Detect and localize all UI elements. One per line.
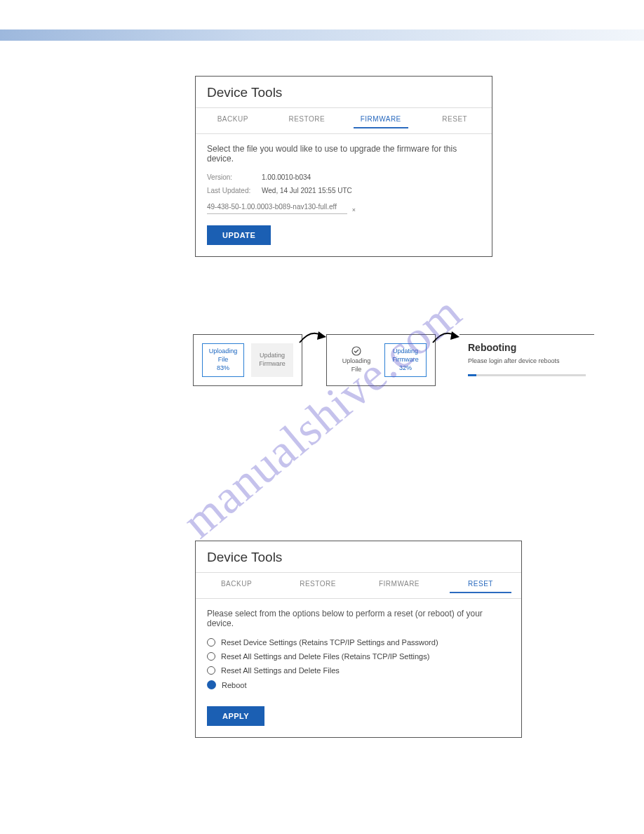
panel-title: Device Tools [196, 541, 521, 573]
instruction-text: Select the file you would like to use to… [207, 144, 481, 164]
radio-icon-selected [207, 680, 216, 689]
last-updated-row: Last Updated: Wed, 14 Jul 2021 15:55 UTC [207, 187, 481, 194]
reboot-progress-bar [468, 374, 586, 376]
uploading-file-tile-active: Uploading File 83% [202, 343, 244, 377]
option-label: Reset Device Settings (Retains TCP/IP Se… [221, 638, 438, 647]
reset-option-3[interactable]: Reset All Settings and Delete Files [207, 666, 510, 675]
progress-stage-2: Uploading File Updating Firmware 32% [326, 334, 436, 386]
header-gradient-band [0, 29, 644, 41]
device-tools-reset-panel: Device Tools BACKUP RESTORE FIRMWARE RES… [195, 541, 522, 738]
update-button[interactable]: UPDATE [207, 225, 271, 245]
selected-file-field[interactable]: 49-438-50-1.00.0003-b089-nav130-full.eff… [207, 200, 347, 214]
upload-progress-sequence: Uploading File 83% Updating Firmware Upl… [193, 334, 594, 388]
device-tools-firmware-panel: Device Tools BACKUP RESTORE FIRMWARE RES… [195, 76, 492, 257]
updating-firmware-tile-idle: Updating Firmware [251, 343, 293, 377]
checkmark-icon [351, 346, 361, 356]
tab-reset[interactable]: RESET [440, 573, 521, 598]
tab-restore[interactable]: RESTORE [277, 573, 358, 598]
panel-body: Please select from the options below to … [196, 599, 521, 737]
watermark-text: manualshive.com [172, 284, 472, 549]
updated-value: Wed, 14 Jul 2021 15:55 UTC [262, 187, 352, 194]
radio-icon [207, 638, 215, 647]
tabs-row: BACKUP RESTORE FIRMWARE RESET [196, 108, 492, 134]
tab-restore[interactable]: RESTORE [270, 108, 344, 133]
version-label: Version: [207, 173, 262, 181]
rebooting-title: Rebooting [468, 342, 586, 353]
progress-stage-3-rebooting: Rebooting Please login after device rebo… [459, 334, 594, 388]
version-value: 1.00.0010-b034 [262, 173, 311, 181]
reset-option-2[interactable]: Reset All Settings and Delete Files (Ret… [207, 652, 510, 661]
progress-stage-1: Uploading File 83% Updating Firmware [193, 334, 302, 386]
uploading-file-tile-done: Uploading File [335, 343, 377, 377]
option-label: Reset All Settings and Delete Files (Ret… [221, 652, 429, 661]
svg-point-0 [352, 347, 361, 355]
updated-label: Last Updated: [207, 187, 262, 194]
option-label: Reset All Settings and Delete Files [221, 666, 340, 675]
tab-firmware[interactable]: FIRMWARE [358, 573, 440, 598]
selected-filename: 49-438-50-1.00.0003-b089-nav130-full.eff [207, 203, 337, 211]
tab-firmware[interactable]: FIRMWARE [344, 108, 418, 133]
panel-body: Select the file you would like to use to… [196, 134, 492, 256]
tab-backup[interactable]: BACKUP [196, 108, 270, 133]
reset-option-4-selected[interactable]: Reboot [207, 680, 510, 689]
updating-firmware-tile-active: Updating Firmware 32% [384, 343, 427, 377]
option-label: Reboot [222, 681, 246, 689]
rebooting-subtext: Please login after device reboots [468, 357, 586, 364]
clear-file-icon[interactable]: × [352, 206, 356, 213]
radio-icon [207, 652, 215, 661]
panel-title: Device Tools [196, 77, 492, 108]
reset-option-1[interactable]: Reset Device Settings (Retains TCP/IP Se… [207, 638, 510, 647]
radio-icon [207, 666, 215, 675]
tab-reset[interactable]: RESET [418, 108, 492, 133]
apply-button[interactable]: APPLY [207, 706, 264, 726]
instruction-text: Please select from the options below to … [207, 609, 510, 628]
tabs-row: BACKUP RESTORE FIRMWARE RESET [196, 573, 521, 599]
tab-backup[interactable]: BACKUP [196, 573, 277, 598]
version-row: Version: 1.00.0010-b034 [207, 173, 481, 181]
